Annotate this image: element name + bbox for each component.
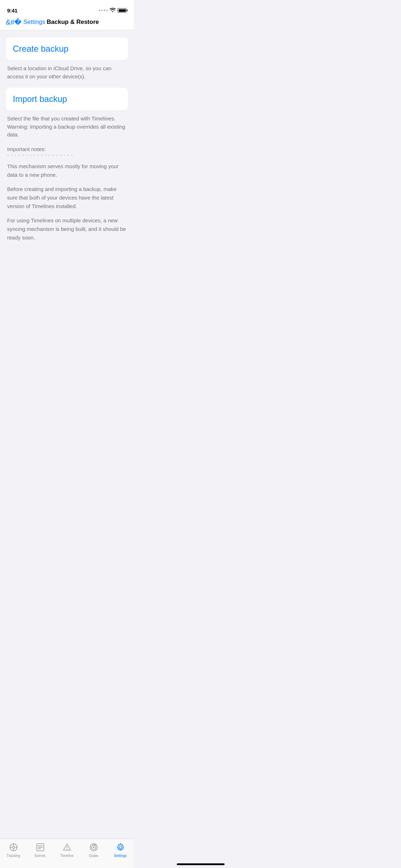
battery-icon [118,8,127,12]
signal-icon [99,10,108,11]
status-bar: 9:41 [0,0,134,16]
status-icons [99,8,127,13]
create-backup-description: Select a location in iCloud Drive, so yo… [6,64,128,81]
notes-divider: - - - - - - - - - - - - - - - - - - [7,152,127,158]
notes-label: Important notes: [7,146,127,152]
back-chevron-icon: &#� [6,19,22,26]
create-backup-card[interactable]: Create backup [6,37,128,60]
note-2: Before creating and importing a backup, … [7,185,127,211]
status-time: 9:41 [7,7,17,14]
note-3: For using Timelines on multiple devices,… [7,216,127,242]
back-label: Settings [23,19,45,26]
back-button[interactable]: &#� Settings [6,19,45,26]
import-backup-card[interactable]: Import backup [6,88,128,110]
create-backup-title: Create backup [13,44,68,53]
main-content: Create backup Select a location in iClou… [0,30,134,287]
notes-section: Important notes: - - - - - - - - - - - -… [6,146,128,242]
nav-title: Backup & Restore [45,19,101,26]
wifi-icon [110,8,115,13]
nav-bar: &#� Settings Backup & Restore [0,16,134,30]
import-backup-title: Import backup [13,94,67,104]
content-area: Create backup Select a location in iClou… [0,30,134,255]
note-1: This mechanism serves mostly for moving … [7,162,127,179]
import-backup-description: Select the file that you created with Ti… [6,115,128,139]
